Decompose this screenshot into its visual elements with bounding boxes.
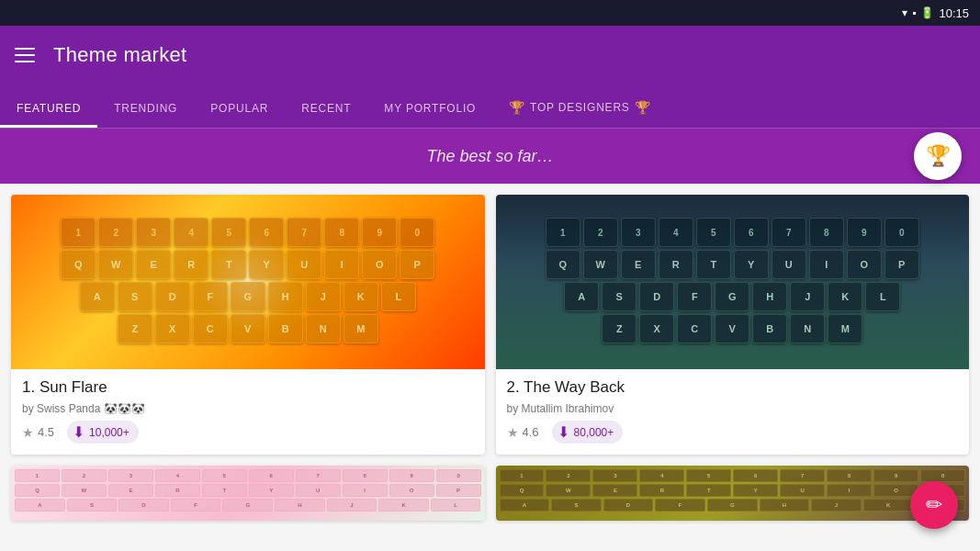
trophy-right-icon: 🏆 [635, 100, 651, 115]
kb-key: E [621, 250, 656, 279]
mini-key: D [118, 499, 169, 512]
tab-recent[interactable]: RECENT [285, 89, 367, 128]
bottom-preview-grid: 1 2 3 4 5 6 7 8 9 0 Q W E R T Y U I O [0, 466, 980, 532]
kb-key: F [677, 282, 712, 311]
theme-title-wayback: 2. The Way Back [507, 378, 959, 397]
mini-key: 4 [155, 469, 200, 482]
tab-bar: FEATURED TRENDING POPULAR RECENT MY PORT… [0, 84, 980, 129]
mini-key: 8 [827, 469, 872, 482]
mini-key: Q [500, 484, 545, 497]
mini-key: G [222, 499, 273, 512]
download-badge-sunflare[interactable]: ⬇ 10,000+ [67, 421, 139, 444]
trophy-button[interactable]: 🏆 [914, 132, 962, 180]
kb-key: 3 [136, 218, 171, 247]
star-icon: ★ [22, 425, 34, 440]
mini-key: G [707, 499, 758, 512]
hamburger-line-3 [15, 61, 35, 62]
mini-key: T [202, 484, 247, 497]
fab-edit-icon: ✏ [926, 493, 942, 517]
theme-image-sunflare: 1 2 3 4 5 6 7 8 9 0 Q W E R T Y [11, 195, 485, 369]
kb-key: 4 [659, 218, 693, 247]
star-rating-wayback: ★ 4.6 [507, 425, 539, 440]
kb-key: A [80, 282, 115, 311]
kb-key: B [752, 314, 787, 343]
kb-key: 6 [249, 218, 284, 247]
kb-key: P [400, 250, 434, 279]
app-bar: Theme market [0, 26, 980, 84]
kb-key: 5 [696, 218, 731, 247]
kb-key: Z [118, 314, 152, 343]
rating-value-sunflare: 4.5 [38, 425, 54, 439]
mini-key: S [67, 499, 118, 512]
mini-key: J [811, 499, 862, 512]
hamburger-menu[interactable] [15, 48, 35, 62]
kb-key: 4 [174, 218, 208, 247]
kb-key: 7 [287, 218, 321, 247]
featured-banner: The best so far… 🏆 [0, 129, 980, 184]
kb-key: D [639, 282, 674, 311]
mini-key-row: 1 2 3 4 5 6 7 8 9 0 [500, 469, 966, 482]
kb-key: X [639, 314, 674, 343]
kb-key: B [268, 314, 303, 343]
mini-key: 5 [686, 469, 731, 482]
mini-key: 8 [343, 469, 388, 482]
kb-key: C [193, 314, 228, 343]
status-icons: ▾ ▪ 🔋 10:15 [902, 6, 969, 20]
kb-row-asdf-wb: A S D F G H J K L [564, 282, 900, 311]
keyboard-preview-sunflare: 1 2 3 4 5 6 7 8 9 0 Q W E R T Y [11, 195, 485, 369]
kb-key: S [118, 282, 152, 311]
status-time: 10:15 [939, 6, 969, 20]
kb-key: K [828, 282, 862, 311]
mini-key: K [863, 499, 914, 512]
kb-key: 1 [546, 218, 580, 247]
kb-key: L [381, 282, 416, 311]
kb-key: G [231, 282, 265, 311]
mini-key: W [62, 484, 107, 497]
kb-key: 6 [734, 218, 769, 247]
tab-trending[interactable]: TRENDING [97, 89, 194, 128]
mini-key: A [500, 499, 550, 512]
mini-key-row: 1 2 3 4 5 6 7 8 9 0 [15, 469, 481, 482]
mini-key: P [436, 484, 481, 497]
kb-key: M [828, 314, 862, 343]
tab-topdesigners[interactable]: 🏆 TOP DESIGNERS 🏆 [492, 87, 667, 128]
kb-key: J [306, 282, 341, 311]
theme-card-wayback[interactable]: 1 2 3 4 5 6 7 8 9 0 Q W E R T Y [496, 195, 970, 455]
download-count-wayback: 80,000+ [574, 426, 614, 439]
kb-key: D [155, 282, 190, 311]
mini-key: 0 [436, 469, 481, 482]
download-badge-wayback[interactable]: ⬇ 80,000+ [552, 421, 624, 444]
kb-row-qwerty: Q W E R T Y U I O P [61, 250, 434, 279]
theme-stats-wayback: ★ 4.6 ⬇ 80,000+ [507, 421, 959, 444]
mini-key: Q [15, 484, 60, 497]
kb-key: 5 [211, 218, 246, 247]
mini-key: F [171, 499, 221, 512]
kb-key: Q [546, 250, 580, 279]
mini-key: W [546, 484, 591, 497]
trophy-button-icon: 🏆 [926, 144, 951, 168]
app-title: Theme market [53, 43, 186, 67]
mini-key: 6 [733, 469, 778, 482]
tab-popular[interactable]: POPULAR [194, 89, 285, 128]
mini-key: T [686, 484, 731, 497]
star-icon: ★ [507, 425, 519, 440]
kb-key: I [809, 250, 844, 279]
mini-key: 3 [592, 469, 637, 482]
fab-button[interactable]: ✏ [910, 481, 958, 529]
mini-key: Y [733, 484, 778, 497]
mini-key: 5 [202, 469, 247, 482]
mini-key: E [592, 484, 637, 497]
theme-card-sunflare[interactable]: 1 2 3 4 5 6 7 8 9 0 Q W E R T Y [11, 195, 485, 455]
theme-author-wayback: by Mutallim Ibrahimov [507, 402, 959, 415]
kb-key: N [306, 314, 341, 343]
tab-myportfolio[interactable]: MY PORTFOLIO [367, 89, 492, 128]
theme-card-preview-4[interactable]: 1 2 3 4 5 6 7 8 9 0 Q W E R T Y U I O [496, 466, 970, 521]
theme-card-preview-3[interactable]: 1 2 3 4 5 6 7 8 9 0 Q W E R T Y U I O [11, 466, 485, 521]
kb-key: U [772, 250, 806, 279]
theme-grid: 1 2 3 4 5 6 7 8 9 0 Q W E R T Y [0, 184, 980, 466]
mini-key: 6 [249, 469, 294, 482]
tab-featured[interactable]: FEATURED [0, 89, 97, 128]
kb-key: W [98, 250, 133, 279]
theme-card-info-sunflare: 1. Sun Flare by Swiss Panda 🐼🐼🐼 ★ 4.5 ⬇ … [11, 369, 485, 455]
mini-key-row: A S D F G H J K L [15, 499, 481, 512]
